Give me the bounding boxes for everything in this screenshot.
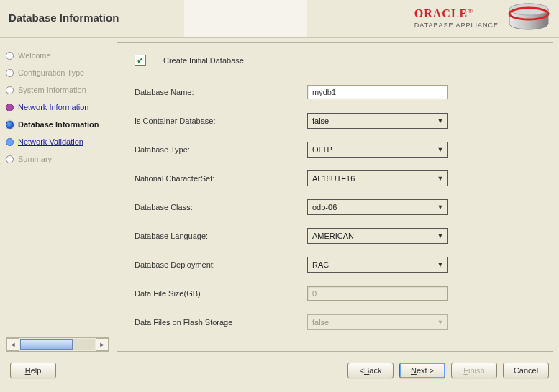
data-file-size-input bbox=[307, 286, 448, 301]
label-db-language: Database Language: bbox=[135, 232, 307, 240]
label-file-size: Data File Size(GB) bbox=[135, 289, 307, 298]
select-value: RAC bbox=[312, 260, 329, 269]
label-db-type: Database Type: bbox=[135, 145, 307, 154]
chevron-down-icon: ▼ bbox=[435, 146, 446, 153]
back-button[interactable]: < Back bbox=[347, 363, 394, 378]
database-icon bbox=[507, 3, 550, 33]
create-initial-db-label: Create Initial Database bbox=[163, 56, 244, 65]
cancel-button[interactable]: Cancel bbox=[503, 363, 549, 378]
step-label: System Information bbox=[18, 86, 86, 94]
step-configuration-type: Configuration Type bbox=[6, 64, 112, 81]
step-label[interactable]: Network Information bbox=[18, 103, 88, 111]
is-container-select[interactable]: false ▼ bbox=[307, 113, 448, 129]
select-value: AL16UTF16 bbox=[312, 174, 355, 183]
label-db-class: Database Class: bbox=[135, 203, 307, 211]
scroll-left-icon[interactable]: ◄ bbox=[6, 338, 19, 351]
chevron-down-icon: ▼ bbox=[435, 232, 446, 240]
scroll-thumb[interactable] bbox=[20, 339, 73, 350]
step-welcome: Welcome bbox=[6, 47, 112, 64]
label-charset: National CharacterSet: bbox=[135, 174, 307, 183]
database-language-select[interactable]: AMERICAN ▼ bbox=[307, 228, 448, 244]
scroll-track[interactable] bbox=[20, 339, 95, 350]
step-bullet-icon bbox=[6, 155, 14, 163]
step-label: Welcome bbox=[18, 51, 51, 60]
wizard-sidebar: Welcome Configuration Type System Inform… bbox=[0, 38, 115, 355]
scroll-right-icon[interactable]: ► bbox=[96, 338, 109, 351]
database-type-select[interactable]: OLTP ▼ bbox=[307, 142, 448, 158]
step-bullet-icon bbox=[6, 86, 14, 94]
step-label: Summary bbox=[18, 155, 52, 163]
select-value: AMERICAN bbox=[312, 232, 354, 240]
step-summary: Summary bbox=[6, 150, 112, 168]
step-network-information[interactable]: Network Information bbox=[6, 99, 112, 116]
page-title: Database Information bbox=[9, 12, 119, 24]
label-db-name: Database Name: bbox=[135, 88, 307, 96]
next-button[interactable]: Next > bbox=[399, 363, 445, 378]
chevron-down-icon: ▼ bbox=[435, 117, 446, 124]
chevron-down-icon: ▼ bbox=[435, 175, 446, 182]
step-bullet-icon bbox=[6, 69, 14, 77]
chevron-down-icon: ▼ bbox=[435, 204, 446, 211]
brand-name: ORACLE® bbox=[414, 7, 499, 20]
step-bullet-icon bbox=[6, 104, 14, 111]
brand: ORACLE® DATABASE APPLIANCE bbox=[414, 3, 550, 33]
database-name-input[interactable] bbox=[307, 85, 448, 99]
step-system-information: System Information bbox=[6, 81, 112, 99]
create-initial-db-checkbox[interactable] bbox=[135, 55, 146, 66]
step-label: Database Information bbox=[18, 120, 99, 129]
main: Welcome Configuration Type System Inform… bbox=[0, 38, 559, 355]
step-label: Configuration Type bbox=[18, 68, 84, 77]
select-value: OLTP bbox=[312, 145, 332, 154]
finish-button: Finish bbox=[451, 363, 497, 378]
footer: Help < Back Next > Finish Cancel bbox=[0, 355, 559, 386]
help-button[interactable]: Help bbox=[10, 363, 56, 378]
header: Database Information ORACLE® DATABASE AP… bbox=[0, 0, 559, 38]
chevron-down-icon: ▼ bbox=[435, 261, 446, 268]
national-charset-select[interactable]: AL16UTF16 ▼ bbox=[307, 170, 448, 186]
flash-storage-select: false ▼ bbox=[307, 314, 448, 330]
database-deployment-select[interactable]: RAC ▼ bbox=[307, 257, 448, 273]
chevron-down-icon: ▼ bbox=[435, 319, 446, 326]
step-bullet-icon bbox=[6, 121, 14, 129]
step-bullet-icon bbox=[6, 138, 14, 146]
select-value: false bbox=[312, 318, 329, 327]
label-is-container: Is Container Database: bbox=[135, 117, 307, 125]
sidebar-scrollbar[interactable]: ◄ ► bbox=[6, 337, 109, 352]
brand-subtitle: DATABASE APPLIANCE bbox=[414, 22, 499, 29]
step-network-validation[interactable]: Network Validation bbox=[6, 133, 112, 150]
step-bullet-icon bbox=[6, 52, 14, 60]
label-flash-storage: Data Files on Flash Storage bbox=[135, 318, 307, 327]
label-db-deployment: Database Deployment: bbox=[135, 260, 307, 269]
form-panel: Create Initial Database Database Name: I… bbox=[117, 42, 553, 352]
database-class-select[interactable]: odb-06 ▼ bbox=[307, 199, 448, 215]
select-value: odb-06 bbox=[312, 203, 337, 211]
select-value: false bbox=[312, 117, 329, 125]
step-database-information: Database Information bbox=[6, 116, 112, 133]
step-label[interactable]: Network Validation bbox=[18, 137, 83, 146]
